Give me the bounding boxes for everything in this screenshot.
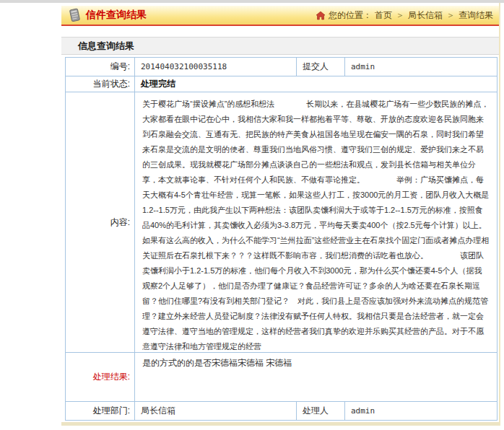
breadcrumb-separator: ＞ (395, 9, 405, 22)
result-label: 处理结果: (66, 353, 135, 402)
table-row-content: 内容: 关于樱花广场“摆设摊点”的感想和想法 长期以来，在县城樱花广场有一些少数… (66, 92, 498, 353)
breadcrumb-separator: ＞ (446, 9, 456, 22)
content-value: 关于樱花广场“摆设摊点”的感想和想法 长期以来，在县城樱花广场有一些少数民族的摊… (142, 92, 490, 352)
department-label: 处理部门: (66, 402, 135, 421)
letter-icon (67, 7, 82, 23)
page-header: 信件查询结果 您的位置： 首页 ＞ 局长信箱 ＞ 查询结果 (61, 6, 499, 26)
submitter-label: 提交人 (297, 58, 345, 76)
handler-label: 处理人 (297, 402, 345, 421)
breadcrumb-link-mailbox[interactable]: 局长信箱 (408, 9, 443, 22)
status-value: 处理完结 (135, 76, 498, 92)
breadcrumb-prefix: 您的位置： (329, 9, 372, 22)
content-label: 内容: (66, 92, 135, 353)
handler-value: admin (345, 402, 498, 421)
table-row-result: 处理结果: 是的方式的的是否宋德福宋德福 宋德福 (66, 353, 498, 402)
breadcrumb-link-query-result[interactable]: 查询结果 (459, 9, 493, 22)
department-value: 局长信箱 (135, 402, 297, 421)
number-label: 编号: (66, 58, 135, 76)
table-row-number: 编号: 201404032100035118 提交人 admin (66, 58, 498, 76)
breadcrumb: 您的位置： 首页 ＞ 局长信箱 ＞ 查询结果 (316, 9, 493, 22)
status-label: 当前状态: (66, 76, 135, 92)
result-table: 编号: 201404032100035118 提交人 admin 当前状态: 处… (65, 57, 498, 421)
content-cell: 关于樱花广场“摆设摊点”的感想和想法 长期以来，在县城樱花广场有一些少数民族的摊… (135, 92, 498, 353)
content-panel: 信件查询结果 您的位置： 首页 ＞ 局长信箱 ＞ 查询结果 信息查询结果 编号:… (61, 3, 500, 426)
number-value: 201404032100035118 (135, 58, 297, 76)
home-icon (316, 11, 326, 20)
result-value: 是的方式的的是否宋德福宋德福 宋德福 (135, 353, 498, 402)
submitter-value: admin (345, 58, 498, 76)
breadcrumb-link-home[interactable]: 首页 (375, 9, 392, 22)
bottom-divider (61, 422, 499, 426)
table-row-department: 处理部门: 局长信箱 处理人 admin (66, 402, 498, 421)
page-header-left: 信件查询结果 (67, 7, 316, 23)
page-title: 信件查询结果 (86, 9, 147, 22)
table-row-status: 当前状态: 处理完结 (66, 76, 498, 92)
section-title: 信息查询结果 (61, 37, 499, 55)
